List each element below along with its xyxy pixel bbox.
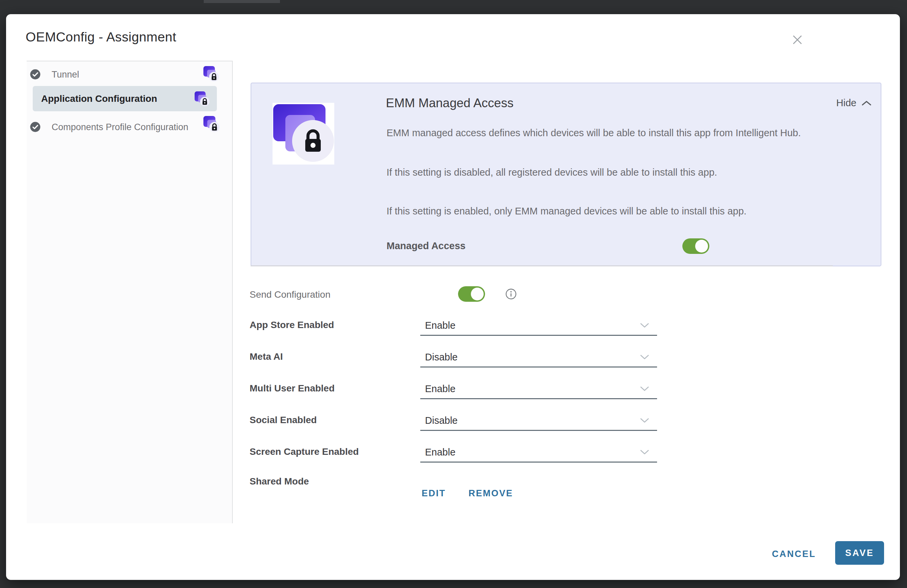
- chevron-down-icon: [640, 450, 649, 455]
- toggle-knob: [695, 240, 708, 252]
- select-multi-user-enabled[interactable]: Enable: [420, 381, 657, 399]
- managed-access-label: Managed Access: [386, 240, 465, 251]
- background-window-strip: [204, 0, 280, 3]
- panel-description-line: If this setting is disabled, all registe…: [386, 167, 717, 178]
- sidebar-item-label: Application Configuration: [41, 93, 157, 104]
- field-label-meta-ai: Meta AI: [250, 352, 283, 362]
- chevron-down-icon: [640, 355, 649, 360]
- oemconfig-assignment-dialog: OEMConfig - Assignment Tunnel: [6, 14, 900, 580]
- app-lock-icon: [194, 91, 210, 107]
- save-button[interactable]: SAVE: [835, 541, 884, 565]
- hide-label: Hide: [836, 97, 856, 109]
- select-value: Enable: [425, 320, 455, 331]
- emm-managed-access-panel: EMM Managed Access Hide EMM managed acce…: [251, 83, 881, 266]
- field-label-app-store-enabled: App Store Enabled: [250, 320, 334, 331]
- info-icon[interactable]: [505, 288, 517, 300]
- chevron-down-icon: [640, 387, 649, 391]
- app-lock-icon: [203, 116, 220, 133]
- edit-button[interactable]: EDIT: [421, 488, 446, 499]
- select-value: Disable: [425, 352, 458, 363]
- chevron-up-icon: [862, 101, 871, 106]
- step-completed-icon: [30, 122, 40, 132]
- select-social-enabled[interactable]: Disable: [420, 413, 657, 431]
- send-configuration-label: Send Configuration: [250, 289, 330, 300]
- close-icon: [788, 30, 807, 49]
- assignment-steps-sidebar: Tunnel Application Configuration: [27, 61, 233, 523]
- cancel-button[interactable]: CANCEL: [772, 549, 816, 559]
- field-label-screen-capture-enabled: Screen Capture Enabled: [250, 446, 359, 457]
- sidebar-item-application-configuration[interactable]: Application Configuration: [33, 86, 217, 111]
- toggle-knob: [471, 288, 484, 300]
- select-value: Disable: [425, 415, 458, 426]
- step-completed-icon: [30, 69, 40, 80]
- select-value: Enable: [425, 447, 455, 458]
- select-screen-capture-enabled[interactable]: Enable: [420, 444, 657, 463]
- panel-description-line: EMM managed access defines which devices…: [386, 128, 801, 139]
- shared-mode-label: Shared Mode: [250, 476, 309, 487]
- hide-button[interactable]: Hide: [836, 97, 871, 109]
- select-app-store-enabled[interactable]: Enable: [420, 318, 657, 336]
- app-lock-icon: [203, 66, 219, 82]
- panel-description-line: If this setting is enabled, only EMM man…: [386, 206, 747, 217]
- dialog-title: OEMConfig - Assignment: [26, 30, 176, 45]
- field-label-multi-user-enabled: Multi User Enabled: [250, 383, 335, 394]
- managed-access-toggle[interactable]: [683, 238, 709, 254]
- remove-button[interactable]: REMOVE: [468, 488, 513, 499]
- app-lock-icon-large: [272, 103, 334, 165]
- select-meta-ai[interactable]: Disable: [420, 349, 657, 368]
- send-configuration-toggle[interactable]: [458, 286, 485, 302]
- app-icon-tile: [272, 103, 334, 165]
- chevron-down-icon: [640, 323, 649, 328]
- chevron-down-icon: [640, 418, 649, 423]
- field-label-social-enabled: Social Enabled: [250, 415, 317, 425]
- select-value: Enable: [425, 383, 455, 395]
- close-button[interactable]: [788, 30, 807, 49]
- sidebar-item-label: Components Profile Configuration: [51, 122, 188, 133]
- sidebar-item-label: Tunnel: [51, 69, 79, 80]
- panel-title: EMM Managed Access: [386, 96, 513, 110]
